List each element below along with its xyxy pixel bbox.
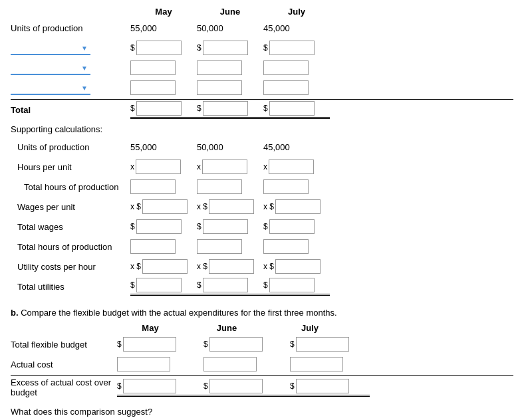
wages-may-cell: x $	[130, 199, 197, 214]
part-b-text: Compare the flexible budget with the act…	[21, 308, 336, 318]
part-b-col-may: May	[117, 323, 184, 333]
total-wages-june-input[interactable]	[203, 219, 248, 234]
dropdown2-may-input[interactable]	[130, 60, 176, 75]
total-hours-may-input-1[interactable]	[130, 179, 176, 194]
total-hours-may-cell-1	[130, 179, 197, 194]
dropdown1-july-input[interactable]	[269, 41, 315, 55]
tu-dollar-may: $	[130, 280, 135, 290]
x-prefix-july-hpu: x	[263, 162, 267, 171]
hours-per-unit-july-input[interactable]	[269, 159, 314, 174]
total-flex-may-cell: $	[117, 337, 203, 352]
dropdown2-may-cell	[130, 60, 197, 75]
dollar-prefix-1c: $	[263, 43, 268, 52]
excess-july-input[interactable]	[296, 379, 349, 393]
wages-july-input[interactable]	[275, 199, 321, 214]
dropdown-row-3: Direct materials Direct labor Overhead ▼	[11, 79, 513, 96]
units-row: Units of production 55,000 50,000 45,000	[11, 19, 513, 37]
tu-dollar-june: $	[197, 280, 201, 290]
dropdown1-june-input[interactable]	[203, 41, 248, 55]
wages-june-input[interactable]	[209, 199, 254, 214]
tw-dollar-june: $	[197, 222, 201, 231]
actual-cost-july-cell	[290, 357, 370, 371]
actual-cost-june-input[interactable]	[203, 357, 257, 371]
part-a-section: May June July Units of production 55,000…	[11, 7, 513, 296]
tu-dollar-july: $	[263, 280, 268, 290]
wages-july-cell: x $	[263, 199, 330, 214]
total-hours-june-input-2[interactable]	[197, 239, 242, 254]
total-hours-may-input-2[interactable]	[130, 239, 176, 254]
total-flex-june-input[interactable]	[209, 337, 263, 352]
dropdown2-june-cell	[197, 60, 263, 75]
excess-july-cell: $	[290, 379, 370, 397]
tw-dollar-may: $	[130, 222, 135, 231]
hours-per-unit-label: Hours per unit	[11, 162, 130, 172]
dropdown3-july-cell	[263, 80, 330, 95]
total-flex-may-input[interactable]	[123, 337, 176, 352]
total-hours-label-2: Total hours of production	[11, 242, 130, 252]
excess-may-input[interactable]	[123, 379, 176, 393]
total-hours-june-cell-1	[197, 179, 263, 194]
total-util-june-input[interactable]	[203, 278, 248, 292]
hours-per-unit-may-input[interactable]	[136, 159, 181, 174]
utility-prefix-june: x $	[197, 262, 207, 271]
total-wages-july-input[interactable]	[269, 219, 315, 234]
dropdown1-may-input[interactable]	[136, 41, 182, 55]
utility-june-input[interactable]	[209, 259, 254, 274]
excess-june-input[interactable]	[209, 379, 263, 393]
actual-cost-may-input[interactable]	[117, 357, 170, 371]
dropdown2-label-cell: Direct materials Direct labor Overhead ▼	[11, 60, 130, 75]
dropdown3-select[interactable]: Direct materials Direct labor Overhead	[11, 80, 90, 95]
total-dollar-june: $	[197, 104, 201, 113]
total-hours-label-1: Total hours of production	[11, 182, 130, 192]
part-b-col-headers: May June July	[11, 323, 513, 333]
dropdown3-july-input[interactable]	[263, 80, 309, 95]
units-label: Units of production	[11, 23, 130, 33]
dollar-prefix-1a: $	[130, 43, 135, 52]
dropdown3-june-cell	[197, 80, 263, 95]
actual-cost-label: Actual cost	[11, 360, 117, 369]
hours-per-unit-june-input[interactable]	[202, 159, 247, 174]
dropdown3-june-input[interactable]	[197, 80, 242, 95]
utility-row: Utility costs per hour x $ x $ x $	[11, 258, 513, 275]
utility-june-cell: x $	[197, 259, 263, 274]
total-util-june-cell: $	[197, 278, 263, 296]
actual-cost-july-input[interactable]	[290, 357, 343, 371]
supp-units-may: 55,000	[130, 142, 197, 152]
total-may-input[interactable]	[136, 101, 182, 116]
dropdown2-june-input[interactable]	[197, 60, 242, 75]
col-header-june: June	[197, 7, 263, 17]
total-hours-row-2: Total hours of production	[11, 238, 513, 255]
hours-per-unit-july-cell: x	[263, 159, 330, 174]
tf-dollar-june: $	[203, 340, 208, 349]
dropdown3-may-input[interactable]	[130, 80, 176, 95]
wages-may-input[interactable]	[142, 199, 188, 214]
units-july: 45,000	[263, 23, 330, 33]
total-util-may-cell: $	[130, 278, 197, 296]
supporting-title: Supporting calculations:	[11, 124, 513, 134]
utility-july-input[interactable]	[275, 259, 321, 274]
total-hours-july-input-2[interactable]	[263, 239, 309, 254]
total-util-may-input[interactable]	[136, 278, 182, 292]
actual-cost-june-cell	[203, 357, 290, 371]
dropdown2-july-cell	[263, 60, 330, 75]
utility-may-input[interactable]	[142, 259, 188, 274]
total-wages-may-input[interactable]	[136, 219, 182, 234]
total-july-input[interactable]	[269, 101, 315, 116]
total-may-cell: $	[130, 101, 197, 119]
utility-label: Utility costs per hour	[11, 262, 130, 272]
total-wages-may-cell: $	[130, 219, 197, 234]
dropdown2-select[interactable]: Direct materials Direct labor Overhead	[11, 60, 90, 75]
wages-prefix-july: x $	[263, 202, 274, 211]
total-flex-july-input[interactable]	[296, 337, 349, 352]
total-utilities-row: Total utilities $ $ $	[11, 278, 513, 296]
dropdown1-select[interactable]: Direct materials Direct labor Overhead	[11, 41, 90, 55]
total-june-input[interactable]	[203, 101, 248, 116]
column-headers: May June July	[11, 7, 513, 17]
total-util-july-input[interactable]	[269, 278, 315, 292]
supp-units-label: Units of production	[11, 142, 130, 152]
what-suggests-label: What does this comparison suggest?	[11, 407, 513, 417]
total-hours-june-input-1[interactable]	[197, 179, 242, 194]
total-hours-july-input-1[interactable]	[263, 179, 309, 194]
part-b-intro: b. Compare the flexible budget with the …	[11, 308, 513, 318]
dropdown2-july-input[interactable]	[263, 60, 309, 75]
